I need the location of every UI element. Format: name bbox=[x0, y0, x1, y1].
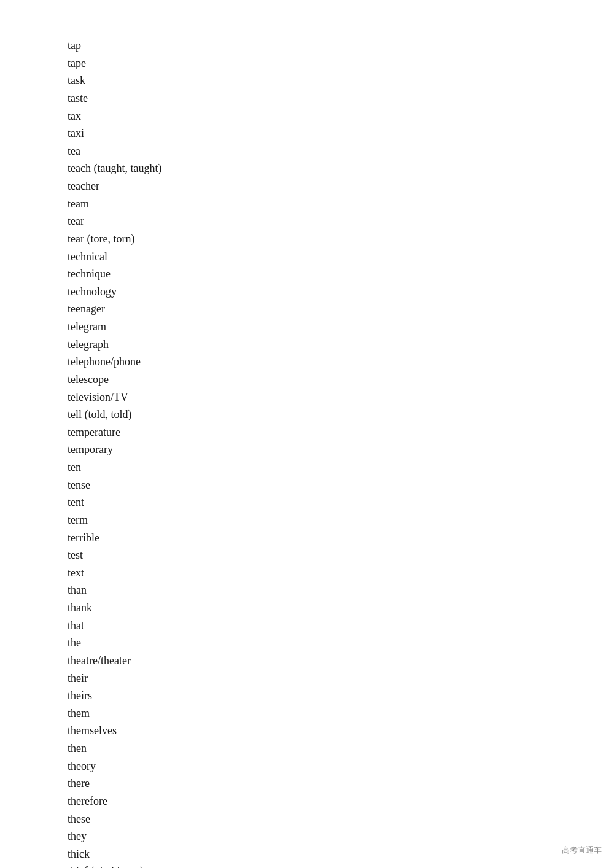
list-item: than bbox=[68, 581, 614, 599]
list-item: telegraph bbox=[68, 336, 614, 354]
list-item: tap bbox=[68, 37, 614, 55]
list-item: themselves bbox=[68, 722, 614, 740]
list-item: theirs bbox=[68, 687, 614, 705]
list-item: temperature bbox=[68, 424, 614, 441]
list-item: thank bbox=[68, 599, 614, 617]
list-item: ten bbox=[68, 459, 614, 476]
list-item: technical bbox=[68, 248, 614, 266]
list-item: they bbox=[68, 827, 614, 845]
list-item: taste bbox=[68, 90, 614, 107]
list-item: them bbox=[68, 705, 614, 723]
list-item: tent bbox=[68, 494, 614, 511]
list-item: the bbox=[68, 634, 614, 652]
list-item: tape bbox=[68, 55, 614, 72]
list-item: telephone/phone bbox=[68, 353, 614, 371]
list-item: their bbox=[68, 670, 614, 688]
list-item: therefore bbox=[68, 792, 614, 810]
list-item: tea bbox=[68, 142, 614, 160]
list-item: tear (tore, torn) bbox=[68, 230, 614, 248]
list-item: temporary bbox=[68, 441, 614, 459]
list-item: team bbox=[68, 195, 614, 213]
list-item: telescope bbox=[68, 371, 614, 389]
list-item: television/TV bbox=[68, 389, 614, 406]
list-item: teach (taught, taught) bbox=[68, 160, 614, 177]
list-item: there bbox=[68, 775, 614, 792]
list-item: text bbox=[68, 564, 614, 582]
watermark: 高考直通车 bbox=[562, 845, 602, 856]
list-item: tense bbox=[68, 476, 614, 494]
list-item: thief (pl. thieves) bbox=[68, 862, 614, 868]
word-list: taptapetasktastetaxtaxiteateach (taught,… bbox=[0, 0, 614, 868]
list-item: term bbox=[68, 511, 614, 529]
list-item: tear bbox=[68, 212, 614, 230]
list-item: theory bbox=[68, 758, 614, 775]
list-item: task bbox=[68, 72, 614, 90]
list-item: technology bbox=[68, 283, 614, 301]
list-item: taxi bbox=[68, 125, 614, 142]
list-item: these bbox=[68, 810, 614, 828]
list-item: tell (told, told) bbox=[68, 406, 614, 424]
list-item: then bbox=[68, 740, 614, 758]
list-item: technique bbox=[68, 265, 614, 283]
list-item: theatre/theater bbox=[68, 652, 614, 670]
list-item: test bbox=[68, 546, 614, 564]
list-item: thick bbox=[68, 845, 614, 863]
list-item: teacher bbox=[68, 177, 614, 195]
list-item: terrible bbox=[68, 529, 614, 547]
list-item: telegram bbox=[68, 318, 614, 336]
list-item: that bbox=[68, 617, 614, 635]
list-item: tax bbox=[68, 107, 614, 125]
list-item: teenager bbox=[68, 300, 614, 318]
